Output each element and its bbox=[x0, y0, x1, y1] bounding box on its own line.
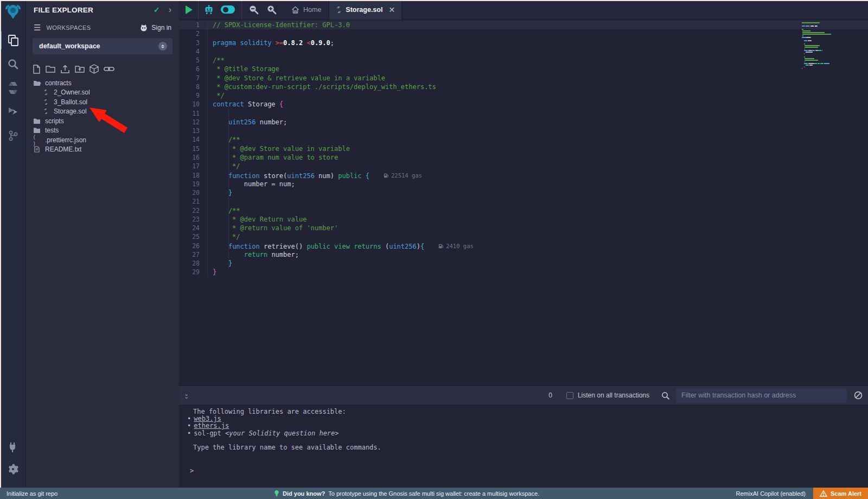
code-line-25[interactable]: 25 */ bbox=[179, 232, 868, 241]
code-line-7[interactable]: 7 * @dev Store & retrieve value in a var… bbox=[179, 74, 868, 83]
git-init-button[interactable]: Initialize as git repo bbox=[7, 490, 58, 497]
code-line-13[interactable]: 13 bbox=[179, 127, 868, 135]
publish-box-icon[interactable] bbox=[90, 64, 99, 74]
sidebar-item-search[interactable] bbox=[0, 52, 26, 76]
code-line-20[interactable]: 20 } bbox=[179, 188, 868, 197]
copilot-status[interactable]: RemixAI Copilot (enabled) bbox=[736, 490, 806, 497]
line-number[interactable]: 15 bbox=[179, 144, 208, 153]
line-number[interactable]: 5 bbox=[179, 56, 208, 65]
code-line-4[interactable]: 4 bbox=[179, 47, 868, 56]
line-number[interactable]: 7 bbox=[179, 74, 208, 83]
tree-item-contracts[interactable]: contracts bbox=[26, 78, 179, 88]
tree-item-storage-sol[interactable]: Storage.sol bbox=[26, 107, 179, 117]
close-tab-icon[interactable]: ✕ bbox=[388, 5, 395, 14]
line-number[interactable]: 18 bbox=[179, 171, 208, 180]
code-line-28[interactable]: 28 } bbox=[179, 259, 868, 268]
code-line-11[interactable]: 11 bbox=[179, 109, 868, 118]
ai-copilot-button[interactable] bbox=[204, 5, 214, 15]
code-editor[interactable]: 1// SPDX-License-Identifier: GPL-3.023pr… bbox=[179, 20, 868, 386]
code-line-10[interactable]: 10contract Storage { bbox=[179, 100, 868, 109]
copilot-toggle[interactable] bbox=[221, 5, 235, 14]
line-number[interactable]: 13 bbox=[179, 127, 208, 135]
terminal-link-ethers-js[interactable]: ethers.js bbox=[194, 422, 229, 429]
line-number[interactable]: 11 bbox=[179, 109, 208, 118]
line-number[interactable]: 21 bbox=[179, 197, 208, 206]
code-line-23[interactable]: 23 * @dev Return value bbox=[179, 215, 868, 224]
tree-item-scripts[interactable]: scripts bbox=[26, 116, 179, 126]
line-number[interactable]: 25 bbox=[179, 232, 208, 241]
workspace-select[interactable]: default_workspace bbox=[33, 38, 173, 54]
line-number[interactable]: 10 bbox=[179, 100, 208, 109]
tab-home[interactable]: Home bbox=[285, 0, 328, 20]
workspaces-menu-icon[interactable]: ☰ bbox=[34, 23, 41, 33]
transaction-filter-input[interactable] bbox=[676, 388, 847, 403]
code-line-12[interactable]: 12 uint256 number; bbox=[179, 118, 868, 127]
tree-item-2-owner-sol[interactable]: 2_Owner.sol bbox=[26, 88, 179, 98]
zoom-out-button[interactable] bbox=[248, 4, 259, 15]
line-number[interactable]: 3 bbox=[179, 39, 208, 47]
sidebar-item-solidity-compiler[interactable] bbox=[0, 76, 26, 100]
code-line-22[interactable]: 22 /** bbox=[179, 206, 868, 215]
chevron-right-icon[interactable]: › bbox=[169, 5, 171, 14]
line-number[interactable]: 12 bbox=[179, 118, 208, 127]
code-line-8[interactable]: 8 * @custom:dev-run-script ./scripts/dep… bbox=[179, 83, 868, 91]
line-number[interactable]: 19 bbox=[179, 180, 208, 188]
sidebar-item-plugin-manager[interactable] bbox=[0, 435, 26, 459]
line-number[interactable]: 27 bbox=[179, 250, 208, 259]
line-number[interactable]: 9 bbox=[179, 91, 208, 100]
link-icon[interactable] bbox=[104, 65, 114, 73]
run-script-button[interactable] bbox=[186, 5, 193, 14]
code-line-26[interactable]: 26 function retrieve() public view retur… bbox=[179, 242, 868, 250]
sidebar-item-git[interactable] bbox=[0, 124, 26, 148]
line-number[interactable]: 26 bbox=[179, 242, 208, 250]
tree-item-tests[interactable]: tests bbox=[26, 126, 179, 136]
line-number[interactable]: 29 bbox=[179, 268, 208, 276]
upload-folder-button[interactable] bbox=[75, 65, 85, 73]
code-line-24[interactable]: 24 * @return value of 'number' bbox=[179, 224, 868, 232]
code-line-5[interactable]: 5/** bbox=[179, 56, 868, 65]
code-line-21[interactable]: 21 bbox=[179, 197, 868, 206]
code-line-18[interactable]: 18 function store(uint256 num) public {2… bbox=[179, 171, 868, 180]
line-number[interactable]: 1 bbox=[179, 21, 208, 29]
code-line-17[interactable]: 17 */ bbox=[179, 162, 868, 170]
line-number[interactable]: 28 bbox=[179, 259, 208, 268]
terminal-link-web3-js[interactable]: web3.js bbox=[194, 415, 221, 422]
code-line-9[interactable]: 9 */ bbox=[179, 91, 868, 100]
code-line-19[interactable]: 19 number = num; bbox=[179, 180, 868, 188]
line-number[interactable]: 22 bbox=[179, 206, 208, 215]
code-line-15[interactable]: 15 * @dev Store value in variable bbox=[179, 144, 868, 153]
code-line-6[interactable]: 6 * @title Storage bbox=[179, 65, 868, 73]
listen-all-transactions-checkbox[interactable] bbox=[566, 392, 573, 399]
sidebar-item-file-explorer[interactable] bbox=[0, 28, 26, 52]
scam-alert-button[interactable]: Scam Alert bbox=[813, 488, 868, 499]
line-number[interactable]: 24 bbox=[179, 224, 208, 232]
code-line-14[interactable]: 14 /** bbox=[179, 135, 868, 144]
line-number[interactable]: 4 bbox=[179, 47, 208, 56]
clear-console-icon[interactable] bbox=[854, 391, 863, 400]
sidebar-item-deploy-run[interactable] bbox=[0, 100, 26, 124]
new-folder-button[interactable] bbox=[46, 65, 55, 73]
line-number[interactable]: 6 bbox=[179, 65, 208, 73]
line-number[interactable]: 17 bbox=[179, 162, 208, 170]
remix-logo[interactable] bbox=[0, 0, 26, 24]
zoom-in-button[interactable] bbox=[266, 4, 277, 15]
new-file-button[interactable] bbox=[33, 65, 41, 74]
line-number[interactable]: 14 bbox=[179, 135, 208, 144]
sign-in-button[interactable]: Sign in bbox=[139, 24, 171, 31]
code-line-27[interactable]: 27 return number; bbox=[179, 250, 868, 259]
tab-storage-sol[interactable]: Storage.sol ✕ bbox=[329, 0, 402, 20]
collapse-terminal-button[interactable]: ⌄ ⌄ bbox=[184, 393, 189, 398]
search-icon[interactable] bbox=[661, 391, 669, 400]
line-number[interactable]: 16 bbox=[179, 153, 208, 162]
code-line-16[interactable]: 16 * @param num value to store bbox=[179, 153, 868, 162]
line-number[interactable]: 23 bbox=[179, 215, 208, 224]
code-line-29[interactable]: 29} bbox=[179, 268, 868, 276]
line-number[interactable]: 8 bbox=[179, 83, 208, 91]
code-line-2[interactable]: 2 bbox=[179, 29, 868, 38]
sidebar-item-settings[interactable] bbox=[0, 457, 26, 481]
line-number[interactable]: 20 bbox=[179, 188, 208, 197]
code-line-1[interactable]: 1// SPDX-License-Identifier: GPL-3.0 bbox=[179, 21, 868, 29]
terminal-output[interactable]: The following libraries are accessible:•… bbox=[179, 405, 868, 488]
editor-minimap[interactable] bbox=[802, 22, 840, 70]
upload-file-button[interactable] bbox=[60, 65, 70, 74]
